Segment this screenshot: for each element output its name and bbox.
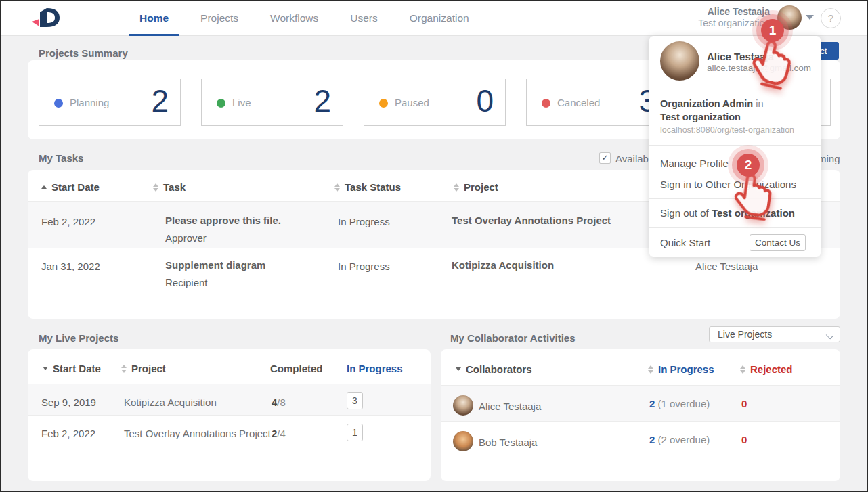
task-start-date: Feb 2, 2022 <box>41 216 95 227</box>
stat-value: 2 <box>313 83 330 119</box>
tasks-col-project[interactable]: Project <box>454 181 498 193</box>
stat-label: Planning <box>70 97 109 108</box>
live-start-date: Sep 9, 2019 <box>41 397 96 408</box>
select-value: Live Projects <box>718 329 772 340</box>
user-menu-trigger[interactable]: Alice Testaaja Test organization <box>634 6 770 29</box>
stat-card-canceled: Canceled 3 <box>526 79 668 126</box>
collab-rejected: 0 <box>741 398 747 409</box>
nav-tab-organization[interactable]: Organization <box>410 1 469 36</box>
chevron-down-icon[interactable] <box>806 15 814 20</box>
column-label: Start Date <box>53 363 101 374</box>
help-button[interactable]: ? <box>821 8 841 28</box>
task-owner: Alice Testaaja <box>695 261 758 272</box>
stat-card-paused: Paused 0 <box>364 79 506 126</box>
task-name: Supplement diagram <box>165 259 265 271</box>
projects-summary-title: Projects Summary <box>39 47 128 59</box>
live-project-name: Kotipizza Acquisition <box>124 397 217 408</box>
live-start-date: Feb 2, 2022 <box>41 428 95 439</box>
sort-icon <box>121 365 127 373</box>
main-navigation: Home Projects Workflows Users Organizati… <box>139 1 469 36</box>
dropdown-user-avatar <box>660 41 699 81</box>
dropdown-role-line: Organization Admin in <box>660 98 764 109</box>
dropdown-org-url: localhost:8080/org/test-organization <box>660 125 794 135</box>
brand-logo-icon[interactable] <box>30 6 62 30</box>
column-label: Task Status <box>345 181 401 193</box>
contact-us-button[interactable]: Contact Us <box>750 234 806 251</box>
column-label: Rejected <box>750 363 793 375</box>
live-col-in-progress[interactable]: In Progress <box>347 363 403 374</box>
top-navbar: Home Projects Workflows Users Organizati… <box>1 1 867 36</box>
menu-item-quick-start[interactable]: Quick Start <box>660 237 710 248</box>
user-dropdown-menu: Alice Testaaja alice.testaaja@gmail.com … <box>649 36 821 257</box>
live-project-name: Test Overlay Annotations Project <box>124 428 271 439</box>
collaborator-activities-title: My Collaborator Activities <box>450 332 575 344</box>
column-label: Start Date <box>51 181 100 193</box>
stat-card-live: Live 2 <box>201 79 343 126</box>
collab-col-collaborators[interactable]: Collaborators <box>456 363 532 375</box>
dropdown-org-name: Test organization <box>660 112 741 122</box>
user-name: Alice Testaaja <box>634 6 770 18</box>
sort-desc-icon <box>456 367 461 371</box>
sort-icon <box>153 183 158 192</box>
tasks-col-task-status[interactable]: Task Status <box>334 181 401 193</box>
column-label: Collaborators <box>466 363 532 375</box>
column-label: Project <box>131 363 166 374</box>
task-start-date: Jan 31, 2022 <box>41 261 100 272</box>
task-project: Kotipizza Acquisition <box>452 259 554 271</box>
nav-tab-workflows[interactable]: Workflows <box>270 1 318 36</box>
live-col-start-date[interactable]: Start Date <box>43 363 101 374</box>
column-label: Task <box>163 181 186 193</box>
hand-pointer-icon <box>729 171 777 227</box>
collaborator-name: Bob Testaaja <box>479 437 537 448</box>
chevron-down-icon <box>826 332 833 339</box>
column-label: In Progress <box>347 363 403 374</box>
menu-item-sign-out[interactable]: Sign out of Test organization <box>660 207 795 219</box>
stat-label: Paused <box>395 97 429 108</box>
collab-in-progress: 2 (2 overdue) <box>649 434 710 445</box>
stat-value: 0 <box>476 83 493 119</box>
canceled-status-dot-icon <box>542 99 550 108</box>
paused-status-dot-icon <box>379 99 388 108</box>
sort-icon <box>740 365 745 374</box>
in-progress-count[interactable]: 3 <box>347 392 363 409</box>
stat-card-planning: Planning 2 <box>39 79 181 126</box>
collab-rejected: 0 <box>741 434 747 445</box>
collaborator-avatar <box>453 431 473 451</box>
collab-col-in-progress[interactable]: In Progress <box>648 363 714 375</box>
task-project: Test Overlay Annotations Project <box>452 215 611 226</box>
live-completed: 4/8 <box>272 397 286 408</box>
sort-asc-icon <box>41 185 47 189</box>
task-name: Please approve this file. <box>165 215 281 226</box>
tutorial-step-2-badge: 2 <box>737 154 760 177</box>
task-status: In Progress <box>338 261 390 272</box>
tasks-col-start-date[interactable]: Start Date <box>41 181 100 193</box>
available-checkbox[interactable] <box>599 152 611 164</box>
sort-icon <box>454 183 459 192</box>
task-role: Recipient <box>165 277 208 288</box>
stat-label: Canceled <box>557 97 600 108</box>
stat-label: Live <box>232 97 251 108</box>
column-label: In Progress <box>658 363 714 375</box>
my-live-projects-title: My Live Projects <box>39 332 118 344</box>
sort-icon <box>334 183 340 192</box>
collaborator-name: Alice Testaaja <box>479 401 541 412</box>
menu-item-manage-profile[interactable]: Manage Profile <box>660 158 729 169</box>
collab-col-rejected[interactable]: Rejected <box>740 363 793 375</box>
my-live-projects-table: Start Date Project Completed In Progress… <box>28 349 431 481</box>
live-col-project[interactable]: Project <box>121 363 166 374</box>
stat-value: 2 <box>151 83 168 119</box>
nav-tab-home[interactable]: Home <box>139 1 169 36</box>
planning-status-dot-icon <box>54 99 63 108</box>
column-label: Project <box>464 181 498 193</box>
nav-tab-projects[interactable]: Projects <box>200 1 238 36</box>
app-window: Home Projects Workflows Users Organizati… <box>0 0 868 492</box>
my-tasks-title: My Tasks <box>39 152 83 164</box>
collaborator-avatar <box>453 395 473 416</box>
nav-tab-users[interactable]: Users <box>350 1 377 36</box>
collab-in-progress: 2 (1 overdue) <box>649 398 710 409</box>
tasks-col-task[interactable]: Task <box>153 181 186 193</box>
in-progress-count[interactable]: 1 <box>347 424 363 441</box>
column-label: Completed <box>270 363 323 374</box>
live-col-completed[interactable]: Completed <box>270 363 323 374</box>
project-filter-select[interactable]: Live Projects <box>709 326 840 342</box>
